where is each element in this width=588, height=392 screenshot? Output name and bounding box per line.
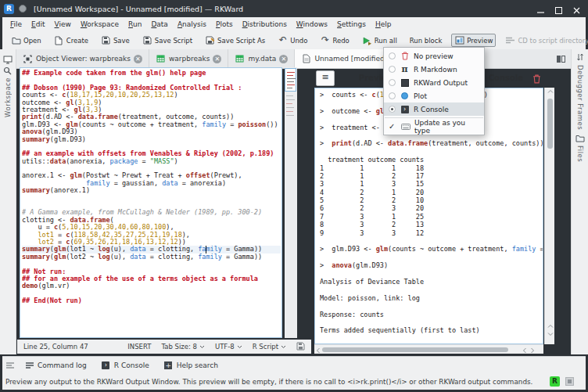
command-log-icon xyxy=(24,361,34,369)
encoding-selector[interactable]: UTF-8 xyxy=(215,343,242,351)
code-line: 3 1 3 15 xyxy=(320,180,543,188)
folder-icon xyxy=(11,37,21,45)
code-line: 7 3 1 25 xyxy=(320,213,543,221)
menu-help[interactable]: Help xyxy=(371,19,396,30)
preview-menu-update-as-you-type[interactable]: ✓Update as you type xyxy=(384,120,484,133)
script-editor[interactable]: ## Example code taken from the glm() hel… xyxy=(20,67,282,338)
minimap-thumb[interactable] xyxy=(285,68,296,92)
menu-distributions[interactable]: Distributions xyxy=(238,19,292,30)
close-preview-trash-icon[interactable] xyxy=(532,72,541,87)
tab-close-icon[interactable]: ✕ xyxy=(279,55,288,63)
table-icon xyxy=(235,55,245,63)
menu-run[interactable]: Run xyxy=(124,19,146,30)
preview-menu-rkward-output[interactable]: RKWard Output xyxy=(384,76,484,89)
save-button[interactable]: Save xyxy=(98,34,133,47)
menu-item-label: R Console xyxy=(414,106,449,113)
scroll-up-icon[interactable] xyxy=(547,324,554,329)
editor-minimap-scrollbar[interactable] xyxy=(285,67,297,338)
help-search-icon: + xyxy=(163,361,174,369)
left-dock: Workspace xyxy=(0,49,16,354)
maximize-icon[interactable] xyxy=(554,4,564,14)
menu-edit[interactable]: Edit xyxy=(27,19,49,30)
scroll-up-icon[interactable] xyxy=(547,89,554,94)
code-line: 1 1 1 18 xyxy=(320,164,543,172)
dock-tab-debugger-frames[interactable]: Debugger Frames xyxy=(575,52,585,130)
run-all-icon xyxy=(362,36,372,45)
save-as-icon xyxy=(205,36,215,45)
preview-menu-r-markdown[interactable]: πR Markdown xyxy=(384,63,484,76)
scroll-left-icon[interactable] xyxy=(316,347,321,354)
filetype-selector[interactable]: R Script xyxy=(253,343,286,351)
menu-plots[interactable]: Plots xyxy=(211,19,238,30)
code-line: Response: counts xyxy=(320,311,543,318)
menu-data[interactable]: Data xyxy=(146,19,173,30)
workspace-dock-tab[interactable]: Workspace xyxy=(4,77,12,117)
console-hscrollbar[interactable] xyxy=(314,344,543,354)
run-all-button[interactable]: Run all xyxy=(359,34,400,48)
save-icon xyxy=(101,36,111,45)
tool-view-r-console[interactable]: ›R Console xyxy=(101,361,149,369)
vscroll-thumb[interactable] xyxy=(547,99,553,149)
scroll-left-icon[interactable] xyxy=(522,347,527,354)
tab-warpbreaks[interactable]: warpbreaks✕ xyxy=(149,49,228,68)
tab-my-data[interactable]: my.data✕ xyxy=(228,49,295,68)
tab-object-viewer-warpbreaks[interactable]: Object Viewer: warpbreaks✕ xyxy=(16,49,149,68)
menu-view[interactable]: View xyxy=(50,19,76,30)
rkward-app-icon: R xyxy=(4,4,14,14)
preview-menu-no-preview[interactable]: No preview xyxy=(384,49,484,63)
code-line xyxy=(320,270,543,278)
minimize-icon[interactable] xyxy=(536,4,546,14)
menu-workspace[interactable]: Workspace xyxy=(76,19,124,30)
preview-menu-r-console[interactable]: ›R Console xyxy=(384,102,484,116)
create-button[interactable]: Create xyxy=(51,34,91,48)
tab-close-icon[interactable]: ✕ xyxy=(213,55,221,63)
editor-code[interactable]: ## Example code taken from the glm() hel… xyxy=(22,70,281,336)
menu-settings[interactable]: Settings xyxy=(332,19,371,30)
search-icon[interactable] xyxy=(3,63,12,78)
panel-icon[interactable] xyxy=(5,358,15,372)
table-icon xyxy=(156,55,166,63)
trash-icon xyxy=(400,52,410,60)
open-button[interactable]: Open xyxy=(8,34,45,47)
tab-close-icon[interactable]: ✕ xyxy=(134,55,142,63)
dock-tab-files[interactable]: Files xyxy=(575,135,585,162)
cd-to-script-directory-button[interactable]: CD to script directory xyxy=(502,34,588,47)
insert-mode[interactable]: INSERT xyxy=(127,343,151,351)
console-vscrollbar[interactable] xyxy=(544,88,554,344)
sort-icon xyxy=(575,52,585,62)
tool-view-label: Command log xyxy=(38,361,87,369)
stop-icon[interactable] xyxy=(565,377,574,386)
code-line: Analysis of Deviance Table xyxy=(320,278,543,286)
menu-analysis[interactable]: Analysis xyxy=(173,19,211,30)
preview-icon xyxy=(454,36,464,45)
chevron-down-icon xyxy=(237,345,242,349)
save-icon[interactable] xyxy=(296,342,305,352)
tool-view-label: R Console xyxy=(114,361,149,369)
menu-file[interactable]: File xyxy=(5,19,27,30)
bottom-dock: Command log›R Console+Help search xyxy=(2,356,586,373)
undo-button[interactable]: ↶Undo xyxy=(274,34,310,47)
run-block-button[interactable]: Run block xyxy=(407,34,446,47)
radio-unselected xyxy=(389,92,396,99)
hscroll-thumb[interactable] xyxy=(322,347,508,352)
code-line xyxy=(320,286,543,293)
save-script-button[interactable]: Save Script xyxy=(139,34,195,47)
menu-windows[interactable]: Windows xyxy=(292,19,332,30)
menu-item-label: R Markdown xyxy=(414,66,457,74)
scroll-right-icon[interactable] xyxy=(530,347,535,354)
close-icon[interactable] xyxy=(572,4,582,14)
preview-menu-plot[interactable]: Plot xyxy=(384,89,484,102)
redo-button[interactable]: ↷Redo xyxy=(317,34,352,47)
tab-label: my.data xyxy=(248,55,276,63)
split-view-icon[interactable] xyxy=(556,52,566,67)
scroll-down-icon[interactable] xyxy=(547,332,554,336)
save-script-as-button[interactable]: Save Script As xyxy=(202,34,268,47)
tab-size-selector[interactable]: Tab Size: 8 xyxy=(161,343,205,351)
code-line: summary(anorex.1) xyxy=(22,187,281,194)
menu-item-label: Update as you type xyxy=(414,119,479,135)
tool-view-command-log[interactable]: Command log xyxy=(24,361,87,369)
code-line xyxy=(320,302,543,310)
rkward-output-icon xyxy=(400,79,410,87)
tool-view-help-search[interactable]: +Help search xyxy=(163,361,218,369)
preview-button[interactable]: Preview xyxy=(451,34,496,47)
